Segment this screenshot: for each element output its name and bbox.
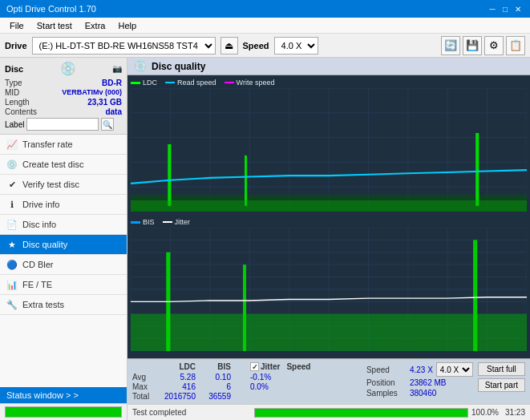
max-ldc: 416 [160, 382, 196, 391]
disc-quality-title: Disc quality [152, 61, 205, 72]
read-color [165, 82, 175, 83]
stats-headers: LDC BIS ✓ Jitter Speed [132, 362, 362, 371]
refresh-button[interactable]: 🔄 [441, 36, 460, 55]
samples-label: Samples [366, 389, 407, 398]
start-full-button[interactable]: Start full [478, 362, 525, 376]
avg-ldc: 5.28 [160, 373, 196, 382]
save-button[interactable]: 💾 [463, 36, 482, 55]
sidebar-item-drive-info[interactable]: ℹ Drive info [0, 195, 127, 215]
stats-h-jitter: Jitter [261, 362, 280, 371]
legend-bis: BIS [131, 218, 155, 226]
menu-extra[interactable]: Extra [79, 19, 112, 32]
stats-h-speed: Speed [286, 362, 310, 371]
status-window-button[interactable]: Status window > > [0, 387, 127, 403]
speed-label: Speed [243, 41, 269, 50]
stats-h-empty [132, 362, 156, 371]
cd-bler-icon: 🔵 [6, 259, 18, 270]
menu-start-test[interactable]: Start test [30, 19, 79, 32]
sidebar-item-fe-te[interactable]: 📊 FE / TE [0, 275, 127, 295]
total-label: Total [132, 392, 156, 401]
sidebar-item-verify-test-disc-label: Verify test disc [22, 180, 79, 189]
samples-val: 380460 [410, 389, 436, 398]
position-row: Position 23862 MB [366, 378, 473, 387]
max-jitter: 0.0% [250, 382, 269, 391]
avg-label: Avg [132, 373, 156, 382]
total-ldc: 2016750 [160, 392, 196, 401]
speed-select[interactable]: 4.0 X [274, 37, 318, 55]
svg-rect-22 [131, 200, 527, 212]
progress-bar-fill [6, 407, 121, 417]
sidebar-item-extra-tests-label: Extra tests [22, 300, 64, 309]
sidebar-item-create-test-disc-label: Create test disc [22, 160, 83, 169]
stats-left: LDC BIS ✓ Jitter Speed Avg 5.28 0.10 -0.… [132, 362, 362, 401]
avg-blank [234, 373, 247, 382]
legend-ldc: LDC [131, 79, 157, 87]
stats-right: Speed 4.23 X 4.0 X Position 23862 MB Sam… [366, 362, 473, 398]
eject-button[interactable]: ⏏ [220, 37, 238, 55]
status-pct: 100.0% [471, 408, 499, 417]
disc-label-input[interactable] [26, 118, 99, 131]
menu-help[interactable]: Help [111, 19, 143, 32]
speed-stat-select[interactable]: 4.0 X [436, 362, 473, 377]
disc-type-row: Type BD-R [5, 79, 122, 87]
sidebar-item-transfer-rate-label: Transfer rate [22, 139, 73, 149]
stats-h-bis: BIS [199, 362, 231, 371]
drive-info-icon: ℹ [6, 199, 18, 210]
speed-row: Speed 4.23 X 4.0 X [366, 362, 473, 377]
svg-rect-76 [473, 240, 477, 351]
sidebar-item-cd-bler[interactable]: 🔵 CD Bler [0, 255, 127, 275]
stats-max-row: Max 416 6 0.0% [132, 382, 362, 391]
disc-type-label: Type [5, 79, 22, 87]
stats-total-row: Total 2016750 36559 [132, 392, 362, 401]
legend-read: Read speed [165, 79, 216, 87]
jitter-checkbox[interactable]: ✓ [250, 362, 259, 371]
fe-te-icon: 📊 [6, 279, 18, 290]
disc-label-row: Label 🔍 [5, 118, 122, 131]
samples-row: Samples 380460 [366, 389, 473, 398]
maximize-button[interactable]: □ [500, 3, 511, 14]
top-chart-legend: LDC Read speed Write speed [131, 79, 527, 87]
legend-ldc-label: LDC [143, 79, 157, 87]
sidebar-item-transfer-rate[interactable]: 📈 Transfer rate [0, 135, 127, 155]
drive-bar: Drive (E:) HL-DT-ST BD-RE WH16NS58 TST4 … [0, 34, 530, 58]
sidebar-item-disc-quality[interactable]: ★ Disc quality [0, 235, 127, 255]
settings-button[interactable]: ⚙ [484, 36, 504, 55]
titlebar: Opti Drive Control 1.70 ─ □ ✕ [0, 0, 530, 18]
jitter-check-container: ✓ Jitter [250, 362, 280, 371]
disc-quality-header-icon: 💿 [134, 60, 147, 72]
start-part-button[interactable]: Start part [478, 378, 525, 392]
status-window-label: Status window > > [6, 390, 79, 400]
minimize-button[interactable]: ─ [487, 3, 498, 14]
sidebar-item-verify-test-disc[interactable]: ✔ Verify test disc [0, 175, 127, 195]
max-label: Max [132, 382, 156, 391]
disc-label-button[interactable]: 🔍 [101, 118, 114, 131]
svg-rect-20 [245, 155, 247, 206]
disc-contents-label: Contents [5, 107, 37, 116]
menu-file[interactable]: File [3, 19, 30, 32]
sidebar-item-extra-tests[interactable]: 🔧 Extra tests [0, 295, 127, 315]
sidebar-item-create-test-disc[interactable]: 💿 Create test disc [0, 155, 127, 175]
disc-quality-icon: ★ [6, 239, 18, 250]
svg-rect-19 [168, 144, 171, 206]
speed-stat-val: 4.23 X [410, 365, 433, 374]
drive-label: Drive [5, 41, 27, 50]
disc-length-label: Length [5, 98, 30, 107]
disc-header-label: Disc [5, 64, 23, 74]
legend-jitter-label: Jitter [175, 218, 191, 226]
sidebar-item-disc-info[interactable]: 📄 Disc info [0, 215, 127, 235]
disc-section: Disc 💿 📷 Type BD-R MID VERBATIMv (000) L… [0, 58, 127, 135]
toolbar-icons: 🔄 💾 ⚙ 📋 [441, 36, 525, 55]
close-button[interactable]: ✕ [512, 3, 524, 14]
disc-length-row: Length 23,31 GB [5, 98, 122, 107]
export-button[interactable]: 📋 [506, 36, 525, 55]
drive-select[interactable]: (E:) HL-DT-ST BD-RE WH16NS58 TST4 [32, 37, 216, 55]
disc-label-label: Label [5, 120, 24, 129]
legend-write-label: Write speed [237, 79, 275, 87]
progress-bar [5, 406, 122, 418]
window-controls: ─ □ ✕ [487, 3, 524, 14]
max-blank [234, 382, 247, 391]
stats-bar: LDC BIS ✓ Jitter Speed Avg 5.28 0.10 -0.… [127, 358, 530, 404]
disc-mid-value: VERBATIMv (000) [62, 88, 122, 97]
action-buttons: Start full Start part [478, 362, 525, 392]
status-progress-container: 100.0% [254, 408, 499, 418]
